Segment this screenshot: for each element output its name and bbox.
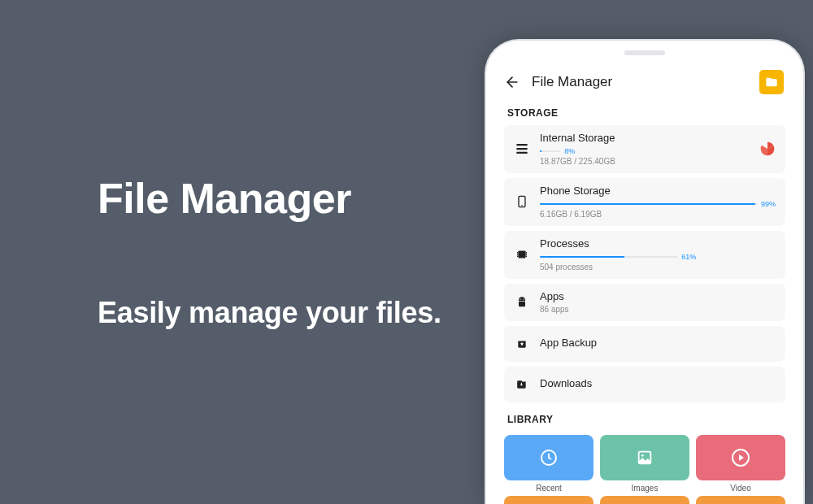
- lib-label: Video: [696, 484, 785, 493]
- phone-icon: [514, 194, 530, 209]
- video-tile: [696, 435, 785, 480]
- card-sub: 86 apps: [540, 304, 776, 315]
- storage-list: Internal Storage 8% 18.87GB / 225.40GB: [494, 125, 795, 402]
- backup-icon: [514, 338, 530, 350]
- svg-rect-1: [516, 144, 528, 146]
- svg-marker-19: [739, 454, 744, 461]
- phone-mockup: File Manager STORAGE Internal Storage 8: [486, 0, 803, 504]
- library-grid: Recent Images Video: [494, 432, 795, 493]
- phone-storage-card[interactable]: Phone Storage 99% 6.16GB / 6.19GB: [504, 178, 785, 226]
- library-section-title: LIBRARY: [494, 402, 795, 432]
- library-tile-partial[interactable]: [600, 496, 689, 504]
- svg-rect-6: [519, 251, 526, 259]
- images-tile: [600, 435, 689, 480]
- processes-card[interactable]: Processes 61% 504 processes: [504, 231, 785, 279]
- app-header: File Manager: [494, 62, 795, 102]
- library-video[interactable]: Video: [696, 435, 785, 493]
- library-tile-partial[interactable]: [696, 496, 785, 504]
- svg-rect-3: [516, 152, 528, 154]
- svg-point-17: [641, 454, 644, 456]
- svg-point-14: [523, 298, 524, 299]
- progress-label: 8%: [564, 147, 575, 155]
- progress-bar: [540, 203, 758, 205]
- storage-section-title: STORAGE: [494, 102, 795, 125]
- progress-label: 61%: [681, 253, 696, 261]
- folder-button[interactable]: [759, 70, 784, 94]
- chip-icon: [514, 247, 530, 262]
- downloads-card[interactable]: Downloads: [504, 367, 785, 402]
- back-arrow-icon[interactable]: [504, 74, 520, 90]
- card-sub: 6.16GB / 6.19GB: [540, 209, 776, 219]
- card-title: Phone Storage: [540, 185, 776, 198]
- svg-rect-2: [516, 148, 528, 150]
- progress-bar: [540, 150, 561, 152]
- card-title: Apps: [540, 290, 776, 304]
- phone-speaker: [624, 50, 665, 55]
- promo-subtitle: Easily manage your files.: [98, 296, 486, 330]
- library-row-2: [494, 496, 795, 504]
- download-icon: [514, 379, 530, 390]
- recent-tile: [504, 435, 593, 480]
- card-sub: 504 processes: [540, 262, 776, 272]
- promo-text-block: File Manager Easily manage your files.: [0, 174, 486, 330]
- lib-label: Recent: [504, 484, 593, 493]
- card-title: Internal Storage: [540, 132, 750, 146]
- library-recent[interactable]: Recent: [504, 435, 593, 493]
- card-title: Processes: [540, 237, 776, 251]
- progress-bar: [540, 256, 678, 258]
- app-title: File Manager: [532, 74, 748, 90]
- storage-icon: [514, 141, 530, 156]
- card-title: Downloads: [540, 377, 776, 391]
- lib-label: Images: [600, 484, 689, 493]
- promo-title: File Manager: [98, 174, 486, 223]
- app-backup-card[interactable]: App Backup: [504, 326, 785, 362]
- android-icon: [514, 296, 530, 309]
- internal-storage-card[interactable]: Internal Storage 8% 18.87GB / 225.40GB: [504, 125, 785, 173]
- svg-point-13: [520, 298, 520, 299]
- pie-chart-icon[interactable]: [759, 141, 776, 157]
- library-images[interactable]: Images: [600, 435, 689, 493]
- library-tile-partial[interactable]: [504, 496, 593, 504]
- card-title: App Backup: [540, 337, 776, 350]
- card-sub: 18.87GB / 225.40GB: [540, 156, 750, 167]
- app-screen: File Manager STORAGE Internal Storage 8: [494, 62, 795, 504]
- apps-card[interactable]: Apps 86 apps: [504, 284, 785, 321]
- progress-label: 99%: [761, 200, 776, 208]
